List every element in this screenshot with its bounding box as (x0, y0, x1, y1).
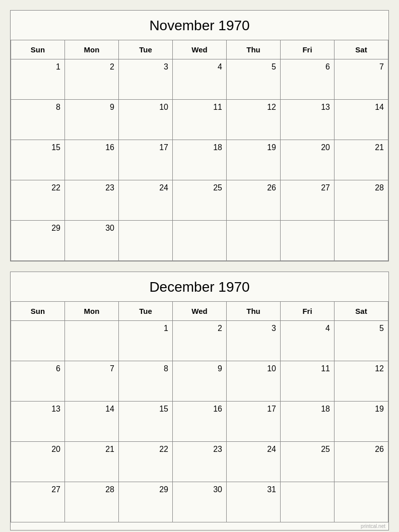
dec-day-cell: 24 (227, 442, 281, 482)
watermark: printcal.net (11, 522, 388, 530)
header-sun: Sun (11, 302, 65, 321)
dec-day-cell: 26 (335, 442, 388, 482)
dec-day-cell: 25 (281, 442, 335, 482)
nov-day-cell: 3 (119, 59, 173, 100)
dec-day-cell: 7 (65, 361, 119, 402)
nov-day-cell: 13 (281, 100, 335, 140)
nov-day-cell: 11 (173, 100, 227, 140)
dec-day-cell: 4 (281, 321, 335, 361)
dec-empty-cell (335, 482, 388, 522)
nov-day-cell: 8 (11, 100, 65, 140)
nov-day-cell: 30 (65, 221, 119, 261)
dec-day-cell: 18 (281, 402, 335, 442)
nov-day-cell: 5 (227, 59, 281, 100)
dec-day-cell: 14 (65, 402, 119, 442)
nov-day-cell: 28 (335, 180, 388, 221)
dec-day-cell: 3 (227, 321, 281, 361)
dec-day-cell: 28 (65, 482, 119, 522)
november-grid: Sun Mon Tue Wed Thu Fri Sat 1 2 3 4 5 6 … (11, 40, 388, 261)
dec-day-cell: 12 (335, 361, 388, 402)
dec-day-cell: 17 (227, 402, 281, 442)
nov-day-cell: 29 (11, 221, 65, 261)
nov-day-cell: 19 (227, 140, 281, 180)
dec-empty-cell (11, 321, 65, 361)
header-sat: Sat (335, 302, 388, 321)
nov-empty-cell (227, 221, 281, 261)
nov-day-cell: 27 (281, 180, 335, 221)
header-fri: Fri (281, 40, 335, 59)
dec-day-cell: 6 (11, 361, 65, 402)
december-grid: Sun Mon Tue Wed Thu Fri Sat 1 2 3 4 5 6 … (11, 302, 388, 522)
dec-day-cell: 2 (173, 321, 227, 361)
dec-day-cell: 30 (173, 482, 227, 522)
nov-day-cell: 4 (173, 59, 227, 100)
header-wed: Wed (173, 302, 227, 321)
nov-day-cell: 1 (11, 59, 65, 100)
nov-day-cell: 12 (227, 100, 281, 140)
nov-empty-cell (173, 221, 227, 261)
dec-day-cell: 13 (11, 402, 65, 442)
nov-day-cell: 9 (65, 100, 119, 140)
dec-day-cell: 27 (11, 482, 65, 522)
nov-day-cell: 7 (335, 59, 388, 100)
dec-day-cell: 19 (335, 402, 388, 442)
november-calendar: November 1970 Sun Mon Tue Wed Thu Fri Sa… (10, 10, 389, 261)
dec-day-cell: 31 (227, 482, 281, 522)
nov-empty-cell (119, 221, 173, 261)
nov-day-cell: 18 (173, 140, 227, 180)
nov-day-cell: 24 (119, 180, 173, 221)
nov-day-cell: 20 (281, 140, 335, 180)
nov-day-cell: 6 (281, 59, 335, 100)
nov-empty-cell (335, 221, 388, 261)
dec-day-cell: 16 (173, 402, 227, 442)
nov-day-cell: 25 (173, 180, 227, 221)
calendars-container: November 1970 Sun Mon Tue Wed Thu Fri Sa… (10, 10, 389, 530)
nov-empty-cell (281, 221, 335, 261)
header-fri: Fri (281, 302, 335, 321)
dec-day-cell: 15 (119, 402, 173, 442)
dec-day-cell: 20 (11, 442, 65, 482)
nov-day-cell: 15 (11, 140, 65, 180)
nov-day-cell: 26 (227, 180, 281, 221)
dec-day-cell: 5 (335, 321, 388, 361)
nov-day-cell: 16 (65, 140, 119, 180)
dec-day-cell: 1 (119, 321, 173, 361)
dec-day-cell: 11 (281, 361, 335, 402)
nov-day-cell: 23 (65, 180, 119, 221)
dec-empty-cell (281, 482, 335, 522)
dec-day-cell: 21 (65, 442, 119, 482)
dec-day-cell: 22 (119, 442, 173, 482)
header-thu: Thu (227, 40, 281, 59)
header-sun: Sun (11, 40, 65, 59)
dec-day-cell: 9 (173, 361, 227, 402)
nov-day-cell: 14 (335, 100, 388, 140)
header-mon: Mon (65, 40, 119, 59)
nov-day-cell: 2 (65, 59, 119, 100)
november-title: November 1970 (11, 11, 388, 40)
nov-day-cell: 17 (119, 140, 173, 180)
header-sat: Sat (335, 40, 388, 59)
dec-empty-cell (65, 321, 119, 361)
nov-day-cell: 22 (11, 180, 65, 221)
nov-day-cell: 10 (119, 100, 173, 140)
header-thu: Thu (227, 302, 281, 321)
dec-day-cell: 10 (227, 361, 281, 402)
dec-day-cell: 29 (119, 482, 173, 522)
nov-day-cell: 21 (335, 140, 388, 180)
december-calendar: December 1970 Sun Mon Tue Wed Thu Fri Sa… (10, 272, 389, 530)
header-tue: Tue (119, 302, 173, 321)
header-mon: Mon (65, 302, 119, 321)
december-title: December 1970 (11, 272, 388, 302)
header-wed: Wed (173, 40, 227, 59)
dec-day-cell: 8 (119, 361, 173, 402)
dec-day-cell: 23 (173, 442, 227, 482)
header-tue: Tue (119, 40, 173, 59)
